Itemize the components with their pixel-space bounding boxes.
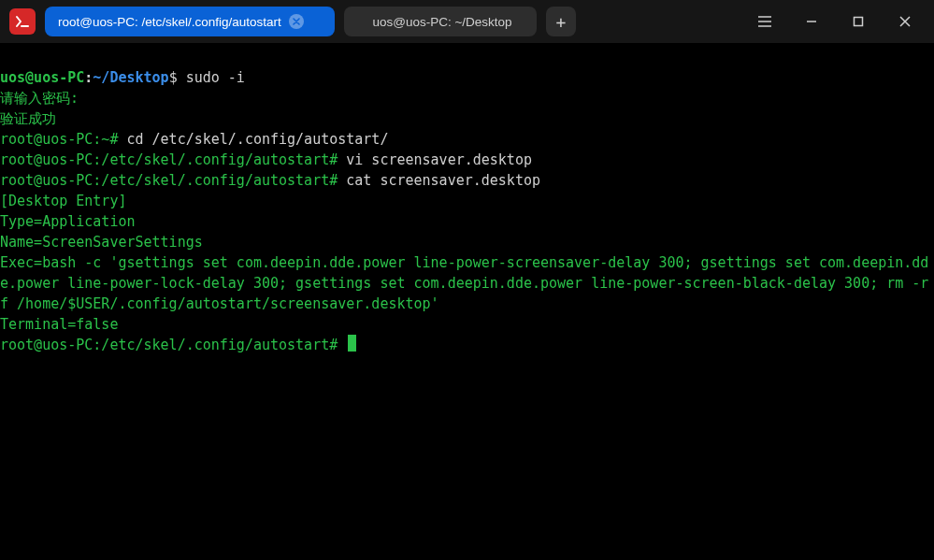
tab-label: root@uos-PC: /etc/skel/.config/autostart [58, 15, 281, 29]
tab-label: uos@uos-PC: ~/Desktop [372, 15, 511, 29]
tab-inactive[interactable]: uos@uos-PC: ~/Desktop [344, 7, 537, 36]
new-tab-button[interactable]: + [546, 7, 576, 36]
plus-icon: + [556, 12, 567, 32]
terminal-output[interactable]: uos@uos-PC:~/Desktop$ sudo -i 请输入密码: 验证成… [0, 43, 934, 355]
file-output-line: Exec=bash -c 'gsettings set com.deepin.d… [0, 254, 928, 312]
prompt-user: uos@uos-PC [0, 69, 84, 86]
window-controls [741, 0, 928, 43]
cursor [348, 335, 356, 352]
tab-strip: root@uos-PC: /etc/skel/.config/autostart… [45, 7, 576, 36]
auth-success: 验证成功 [0, 110, 56, 127]
root-prompt-line: root@uos-PC:~# cd /etc/skel/.config/auto… [0, 131, 388, 148]
file-output-line: Name=ScreenSaverSettings [0, 234, 203, 251]
root-prompt-prefix: root@uos-PC:/etc/skel/.config/autostart# [0, 337, 338, 353]
root-prompt-line: root@uos-PC:/etc/skel/.config/autostart#… [0, 151, 532, 168]
close-button[interactable] [882, 0, 928, 43]
root-prompt-line: root@uos-PC:/etc/skel/.config/autostart#… [0, 172, 540, 189]
file-output-line: [Desktop Entry] [0, 193, 126, 209]
typed-command: cat screensaver.desktop [346, 172, 540, 189]
file-output-line: Type=Application [0, 213, 136, 230]
root-prompt-prefix: root@uos-PC:/etc/skel/.config/autostart# [0, 172, 338, 189]
prompt-sep: : [84, 69, 93, 86]
maximize-button[interactable] [835, 0, 882, 43]
prompt-line: uos@uos-PC:~/Desktop$ sudo -i [0, 69, 245, 86]
svg-rect-5 [855, 18, 863, 26]
prompt-symbol: $ [169, 69, 178, 86]
typed-command: sudo -i [186, 69, 245, 86]
password-prompt: 请输入密码: [0, 90, 79, 107]
typed-command: cd /etc/skel/.config/autostart/ [126, 131, 388, 148]
close-icon[interactable] [289, 14, 304, 29]
minimize-button[interactable] [788, 0, 835, 43]
app-terminal-icon [9, 8, 36, 35]
file-output-line: Terminal=false [0, 316, 118, 333]
typed-command: vi screensaver.desktop [346, 151, 532, 168]
tab-active[interactable]: root@uos-PC: /etc/skel/.config/autostart [45, 7, 335, 36]
root-prompt-prefix: root@uos-PC:~# [0, 131, 118, 148]
prompt-path: ~/Desktop [93, 69, 168, 86]
menu-button[interactable] [741, 0, 788, 43]
root-prompt-prefix: root@uos-PC:/etc/skel/.config/autostart# [0, 151, 338, 168]
root-prompt-line: root@uos-PC:/etc/skel/.config/autostart# [0, 337, 356, 353]
titlebar: root@uos-PC: /etc/skel/.config/autostart… [0, 0, 934, 43]
